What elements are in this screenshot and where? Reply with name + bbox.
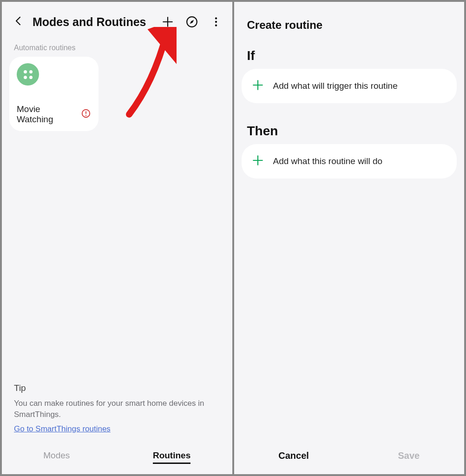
tip-link[interactable]: Go to SmartThings routines bbox=[14, 424, 111, 433]
bottom-actions: Cancel Save bbox=[234, 441, 465, 474]
svg-marker-3 bbox=[190, 20, 194, 24]
plus-icon bbox=[252, 154, 264, 168]
routine-name: Movie Watching bbox=[17, 104, 77, 125]
tab-routines[interactable]: Routines bbox=[153, 450, 190, 464]
add-action-label: Add what this routine will do bbox=[273, 156, 383, 166]
add-action-button[interactable]: Add what this routine will do bbox=[242, 144, 457, 178]
tip-text: You can make routines for your smart hom… bbox=[14, 398, 220, 421]
routine-card[interactable]: Movie Watching bbox=[9, 57, 98, 131]
add-trigger-label: Add what will trigger this routine bbox=[273, 81, 398, 91]
right-pane: Create routine If Add what will trigger … bbox=[234, 2, 465, 474]
svg-point-6 bbox=[215, 24, 217, 26]
alert-icon bbox=[81, 108, 91, 121]
left-pane: Modes and Routines Automatic routines Mo… bbox=[2, 2, 232, 474]
more-icon[interactable] bbox=[209, 15, 223, 29]
tab-modes[interactable]: Modes bbox=[43, 450, 70, 464]
plus-icon bbox=[252, 79, 264, 93]
back-icon[interactable] bbox=[13, 15, 24, 28]
svg-point-5 bbox=[215, 21, 217, 23]
add-trigger-button[interactable]: Add what will trigger this routine bbox=[242, 69, 457, 103]
header: Modes and Routines bbox=[2, 2, 232, 36]
page-title: Modes and Routines bbox=[33, 15, 146, 29]
add-icon[interactable] bbox=[161, 15, 175, 29]
tip-heading: Tip bbox=[14, 383, 220, 393]
bottom-tabs: Modes Routines bbox=[2, 443, 232, 474]
cancel-button[interactable]: Cancel bbox=[278, 450, 309, 461]
discover-icon[interactable] bbox=[185, 15, 199, 29]
save-button[interactable]: Save bbox=[398, 450, 420, 461]
routine-icon bbox=[17, 63, 39, 86]
tip-block: Tip You can make routines for your smart… bbox=[2, 380, 232, 443]
svg-point-9 bbox=[85, 115, 86, 116]
then-label: Then bbox=[234, 115, 465, 144]
section-label: Automatic routines bbox=[2, 36, 232, 57]
create-routine-title: Create routine bbox=[234, 2, 465, 40]
svg-point-4 bbox=[215, 17, 217, 19]
if-label: If bbox=[234, 40, 465, 69]
